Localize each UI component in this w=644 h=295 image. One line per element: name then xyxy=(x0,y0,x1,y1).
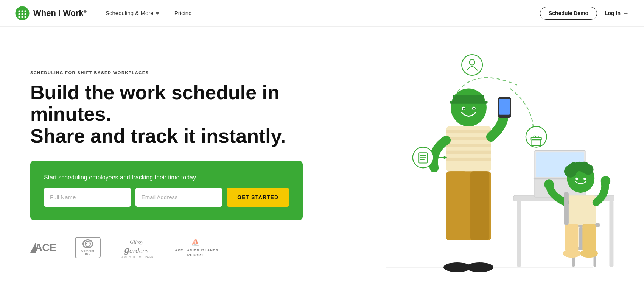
chevron-down-icon xyxy=(156,12,159,15)
svg-rect-67 xyxy=(565,223,579,251)
svg-point-24 xyxy=(473,108,475,109)
nav-pricing[interactable]: Pricing xyxy=(174,10,192,16)
svg-point-70 xyxy=(580,249,598,258)
svg-rect-1 xyxy=(19,10,20,12)
svg-rect-2 xyxy=(22,10,23,12)
svg-rect-5 xyxy=(22,13,23,15)
svg-rect-8 xyxy=(22,16,23,18)
svg-point-64 xyxy=(583,177,586,180)
svg-point-63 xyxy=(575,177,578,180)
svg-rect-26 xyxy=(499,98,510,114)
svg-rect-9 xyxy=(25,16,26,18)
logos-row: ACE ComfortINN xyxy=(30,237,351,259)
logo-text: When I Work® xyxy=(33,8,87,18)
svg-point-62 xyxy=(583,164,593,175)
svg-rect-13 xyxy=(446,130,491,133)
nav-actions: Schedule Demo Log In → xyxy=(540,7,629,20)
comfort-inn-logo: ComfortINN xyxy=(75,237,101,258)
svg-point-10 xyxy=(85,241,90,247)
svg-point-39 xyxy=(526,126,547,147)
hero-eyebrow: SCHEDULING FOR SHIFT BASED WORKPLACES xyxy=(30,70,351,75)
svg-rect-6 xyxy=(25,13,26,15)
svg-rect-17 xyxy=(446,157,491,161)
schedule-demo-button[interactable]: Schedule Demo xyxy=(540,7,597,20)
svg-rect-46 xyxy=(610,201,614,266)
login-button[interactable]: Log In → xyxy=(605,10,629,17)
email-input[interactable] xyxy=(135,188,222,207)
svg-point-65 xyxy=(544,179,554,189)
svg-rect-20 xyxy=(450,101,487,103)
svg-rect-68 xyxy=(582,223,596,251)
hero-headline: Build the work schedule in minutes. Shar… xyxy=(30,82,351,147)
hero-content: SCHEDULING FOR SHIFT BASED WORKPLACES Bu… xyxy=(30,63,351,259)
svg-rect-45 xyxy=(517,201,521,266)
cta-box: Start scheduling employees and tracking … xyxy=(30,161,303,220)
svg-point-66 xyxy=(601,176,611,186)
logo-link[interactable]: When I Work® xyxy=(15,6,87,20)
svg-point-23 xyxy=(463,108,465,109)
svg-rect-56 xyxy=(565,195,596,225)
cta-subtitle: Start scheduling employees and tracking … xyxy=(44,174,289,181)
svg-rect-16 xyxy=(446,150,491,154)
lake-lanier-logo: ⛵ LAKE LANIER ISLANDSRESORT xyxy=(173,238,219,258)
full-name-input[interactable] xyxy=(44,188,131,207)
nav-links: Scheduling & More Pricing xyxy=(106,10,540,16)
hero-svg-illustration xyxy=(351,44,614,278)
gilroy-gardens-logo: Gilroy gardens FAMILY THEME PARK xyxy=(120,237,154,259)
svg-rect-71 xyxy=(564,192,569,225)
nav-scheduling-more[interactable]: Scheduling & More xyxy=(106,10,159,16)
navbar: When I Work® Scheduling & More Pricing S… xyxy=(0,0,644,27)
svg-rect-14 xyxy=(446,137,491,140)
svg-rect-4 xyxy=(19,13,20,15)
get-started-button[interactable]: GET STARTED xyxy=(227,188,289,207)
svg-rect-28 xyxy=(448,171,467,240)
cta-inputs: GET STARTED xyxy=(44,188,289,207)
svg-rect-29 xyxy=(470,171,489,240)
svg-rect-7 xyxy=(19,16,20,18)
arrow-right-icon: → xyxy=(623,10,629,17)
hero-section: SCHEDULING FOR SHIFT BASED WORKPLACES Bu… xyxy=(0,27,644,295)
svg-point-31 xyxy=(466,262,493,272)
ace-logo: ACE xyxy=(30,242,56,254)
svg-rect-15 xyxy=(446,144,491,147)
svg-rect-3 xyxy=(25,10,26,12)
hero-illustration xyxy=(351,44,614,278)
logo-icon xyxy=(15,6,30,20)
svg-point-69 xyxy=(563,249,580,258)
